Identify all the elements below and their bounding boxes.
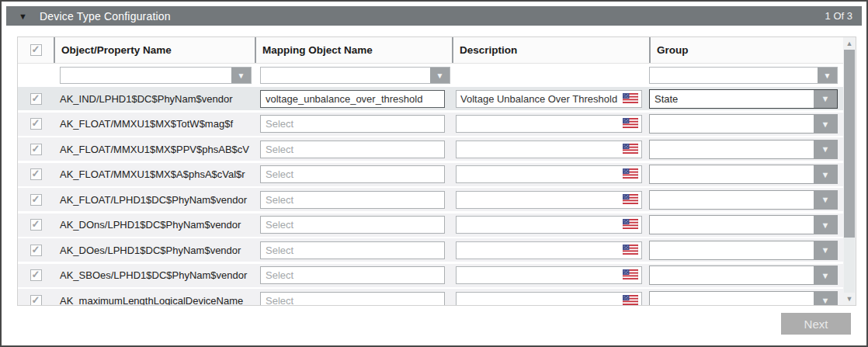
object-property-name: AK_maximumLengthLogicalDeviceName <box>54 295 255 307</box>
description-field <box>456 165 642 183</box>
table-row[interactable]: ✓ AK_SBOes/LPHD1$DC$PhyNam$vendor ▼ <box>18 264 856 287</box>
description-field <box>456 216 642 234</box>
us-flag-icon <box>623 245 638 255</box>
scrollbar-track[interactable] <box>844 238 855 293</box>
group-dropdown[interactable]: ▼ <box>649 215 838 234</box>
description-input[interactable] <box>457 91 626 107</box>
description-input[interactable] <box>457 116 626 132</box>
mapping-table: ✓ Object/Property Name Mapping Object Na… <box>17 36 856 306</box>
dropdown-arrow-icon[interactable]: ▼ <box>814 90 837 108</box>
description-field <box>456 241 642 259</box>
next-button[interactable]: Next <box>781 313 851 335</box>
mapping-object-input[interactable] <box>260 266 445 284</box>
table-row[interactable]: ✓ AK_IND/LPHD1$DC$PhyNam$vendor State ▼ <box>18 87 856 110</box>
dropdown-arrow-icon[interactable]: ▼ <box>814 141 837 158</box>
table-row[interactable]: ✓ AK_FLOAT/MMXU1$MX$TotW$mag$f ▼ <box>18 113 856 136</box>
row-checkbox[interactable]: ✓ <box>30 144 42 155</box>
scrollbar-thumb[interactable] <box>844 50 855 238</box>
description-input[interactable] <box>457 267 626 283</box>
object-property-filter[interactable]: ▼ <box>60 67 252 84</box>
check-icon: ✓ <box>32 168 40 179</box>
dropdown-arrow-icon[interactable]: ▼ <box>814 191 837 209</box>
row-checkbox[interactable]: ✓ <box>30 194 42 206</box>
scroll-up-icon[interactable]: ▲ <box>843 37 856 50</box>
mapping-object-input[interactable] <box>260 90 445 108</box>
mapping-object-input[interactable] <box>260 115 445 133</box>
panel-title: Device Type Configuration <box>40 10 171 23</box>
group-dropdown[interactable]: ▼ <box>649 190 838 210</box>
check-icon: ✓ <box>32 269 40 279</box>
row-checkbox[interactable]: ✓ <box>30 118 42 130</box>
row-checkbox[interactable]: ✓ <box>30 93 42 105</box>
group-value <box>650 115 814 133</box>
dropdown-arrow-icon[interactable]: ▼ <box>814 115 837 133</box>
row-checkbox[interactable]: ✓ <box>30 245 42 256</box>
mapping-object-input[interactable] <box>260 241 445 259</box>
group-dropdown[interactable]: ▼ <box>649 165 838 184</box>
table-row[interactable]: ✓ AK_FLOAT/LPHD1$DC$PhyNam$vendor ▼ <box>18 188 856 211</box>
mapping-object-input[interactable] <box>260 165 445 183</box>
select-all-checkbox[interactable]: ✓ <box>30 44 42 56</box>
group-dropdown[interactable]: ▼ <box>649 241 838 260</box>
group-value: State <box>650 90 814 108</box>
description-input[interactable] <box>457 293 626 307</box>
dropdown-arrow-icon[interactable]: ▼ <box>814 241 837 259</box>
group-dropdown[interactable]: State ▼ <box>649 89 838 109</box>
group-value <box>650 241 814 259</box>
check-icon: ✓ <box>32 93 40 103</box>
group-dropdown[interactable]: ▼ <box>649 291 838 307</box>
row-checkbox[interactable]: ✓ <box>30 295 42 307</box>
description-input[interactable] <box>457 242 626 259</box>
column-header-mapping-object-name: Mapping Object Name <box>255 37 452 63</box>
check-icon: ✓ <box>32 219 40 229</box>
mapping-object-input[interactable] <box>260 216 445 234</box>
mapping-object-input[interactable] <box>260 292 445 307</box>
table-row[interactable]: ✓ AK_maximumLengthLogicalDeviceName ▼ <box>18 289 856 306</box>
scroll-down-icon[interactable]: ▼ <box>843 293 856 305</box>
filter-dropdown-arrow-icon[interactable]: ▼ <box>231 68 251 83</box>
object-property-name: AK_FLOAT/LPHD1$DC$PhyNam$vendor <box>54 194 255 206</box>
description-input[interactable] <box>457 217 626 233</box>
us-flag-icon <box>623 269 638 279</box>
collapse-triangle-icon[interactable]: ▼ <box>19 12 27 21</box>
filter-dropdown-arrow-icon[interactable]: ▼ <box>430 68 450 83</box>
mapping-object-input[interactable] <box>260 141 445 158</box>
description-input[interactable] <box>457 192 626 208</box>
group-filter[interactable]: ▼ <box>649 67 838 84</box>
check-icon: ✓ <box>32 44 40 54</box>
table-row[interactable]: ✓ AK_FLOAT/MMXU1$MX$A$phsA$cVal$r ▼ <box>18 163 856 186</box>
description-input[interactable] <box>457 141 626 158</box>
group-dropdown[interactable]: ▼ <box>649 140 838 159</box>
dropdown-arrow-icon[interactable]: ▼ <box>814 216 837 234</box>
object-property-name: AK_IND/LPHD1$DC$PhyNam$vendor <box>54 93 255 105</box>
object-property-name: AK_FLOAT/MMXU1$MX$A$phsA$cVal$r <box>54 168 255 180</box>
table-header-row: ✓ Object/Property Name Mapping Object Na… <box>18 37 856 64</box>
description-field <box>456 115 642 133</box>
object-property-name: AK_SBOes/LPHD1$DC$PhyNam$vendor <box>54 269 255 281</box>
row-checkbox[interactable]: ✓ <box>30 219 42 231</box>
check-icon: ✓ <box>32 194 40 204</box>
table-row[interactable]: ✓ AK_DOes/LPHD1$DC$PhyNam$vendor ▼ <box>18 238 856 262</box>
table-row[interactable]: ✓ AK_FLOAT/MMXU1$MX$PPV$phsAB$cV ▼ <box>18 137 856 161</box>
us-flag-icon <box>623 219 638 229</box>
mapping-object-filter[interactable]: ▼ <box>260 67 450 84</box>
group-value <box>650 191 814 209</box>
us-flag-icon <box>623 93 638 103</box>
description-input[interactable] <box>457 166 626 182</box>
vertical-scrollbar: ▲ ▼ <box>843 37 856 305</box>
dropdown-arrow-icon[interactable]: ▼ <box>814 266 837 284</box>
row-checkbox[interactable]: ✓ <box>30 168 42 180</box>
column-header-object-property-name: Object/Property Name <box>54 37 255 63</box>
mapping-object-input[interactable] <box>260 191 445 209</box>
filter-dropdown-arrow-icon[interactable]: ▼ <box>818 68 837 83</box>
us-flag-icon <box>623 144 638 154</box>
check-icon: ✓ <box>32 295 40 305</box>
description-field <box>456 90 642 108</box>
dropdown-arrow-icon[interactable]: ▼ <box>814 165 837 183</box>
group-dropdown[interactable]: ▼ <box>649 114 838 134</box>
table-row[interactable]: ✓ AK_DOns/LPHD1$DC$PhyNam$vendor ▼ <box>18 213 856 237</box>
group-dropdown[interactable]: ▼ <box>649 265 838 285</box>
us-flag-icon <box>623 295 638 305</box>
dropdown-arrow-icon[interactable]: ▼ <box>814 292 837 307</box>
row-checkbox[interactable]: ✓ <box>30 269 42 281</box>
